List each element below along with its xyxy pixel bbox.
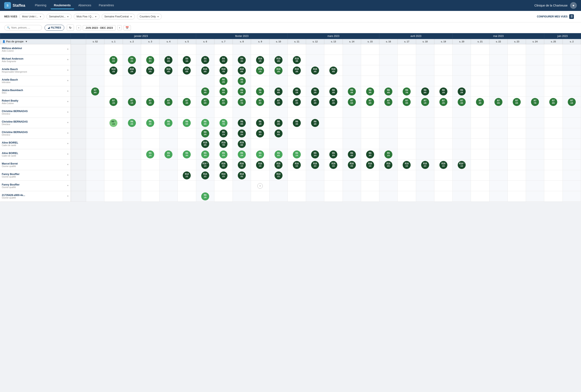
schedule-cell[interactable] [288,181,306,191]
schedule-cell[interactable] [471,181,489,191]
shift-badge[interactable]: R7 4/8 [476,98,484,106]
schedule-cell[interactable] [526,118,544,128]
schedule-cell[interactable] [324,139,342,149]
schedule-cell[interactable] [453,170,471,181]
schedule-cell[interactable] [379,181,398,191]
schedule-cell[interactable] [379,170,398,181]
shift-badge[interactable]: R6 3/8 [293,119,301,127]
shift-badge[interactable]: R16 2/2 [220,161,228,169]
schedule-cell[interactable] [123,191,141,202]
shift-badge[interactable]: R7 7/8 [384,98,392,106]
schedule-cell[interactable]: R16 1/2 [288,160,306,170]
shift-badge[interactable]: R4 1/4 [110,56,118,64]
shift-badge[interactable]: R16 2/2 [274,161,282,169]
schedule-cell[interactable] [104,76,123,86]
schedule-cell[interactable]: R6 2/8 [453,86,471,97]
schedule-cell[interactable] [453,55,471,65]
schedule-cell[interactable] [324,55,342,65]
schedule-cell[interactable] [233,107,251,118]
shift-badge[interactable]: R6 7/8 [220,119,228,127]
shift-badge[interactable]: R6 4/8 [201,87,209,95]
schedule-cell[interactable]: R7 4/8 [178,97,196,107]
schedule-cell[interactable] [123,128,141,139]
expand-icon[interactable]: ▲ [67,174,69,176]
schedule-cell[interactable] [306,128,324,139]
schedule-cell[interactable] [104,149,123,160]
schedule-cell[interactable]: R16 2/2 [342,160,361,170]
schedule-cell[interactable] [471,149,489,160]
schedule-cell[interactable]: R16 2/2 [416,160,434,170]
shift-badge[interactable]: R6 1/8 [440,87,448,95]
schedule-cell[interactable] [434,76,452,86]
shift-badge[interactable]: R14 1/2 [183,171,191,179]
schedule-cell[interactable] [416,139,434,149]
dropdown-counters-only[interactable]: Counters Only ▼ [137,14,162,19]
schedule-cell[interactable]: R7 5/8 [196,97,214,107]
user-avatar[interactable]: ● [570,2,577,9]
schedule-cell[interactable]: R6 3/8 [324,86,342,97]
shift-badge[interactable]: R19 4/8 [311,66,319,74]
schedule-cell[interactable] [489,149,508,160]
shift-badge[interactable]: R7 6/8 [513,98,521,106]
schedule-cell[interactable]: R6 1/8 [251,118,269,128]
calendar-button[interactable]: 📅 [124,25,131,30]
schedule-cell[interactable]: R7 4/8 [324,97,342,107]
schedule-cell[interactable]: R16 1/2 [233,160,251,170]
shift-badge[interactable]: R6 7/8 [256,87,264,95]
schedule-cell[interactable] [123,139,141,149]
schedule-cell[interactable] [123,76,141,86]
shift-badge[interactable]: R6 6/8 [238,87,246,95]
schedule-cell[interactable]: R6 6/8 [379,86,398,97]
schedule-cell[interactable] [196,44,214,55]
schedule-cell[interactable]: R16 * 1/2 [453,160,471,170]
shift-badge[interactable]: R6 3/8 [329,87,337,95]
schedule-cell[interactable] [434,170,452,181]
shift-badge[interactable]: R5 1/4 [146,150,154,158]
schedule-cell[interactable] [104,160,123,170]
dropdown-semaine-uni[interactable]: Semaine/Uni... ▼ [46,14,72,19]
schedule-cell[interactable]: R5 2/4 [160,149,178,160]
schedule-cell[interactable] [471,139,489,149]
schedule-cell[interactable] [526,170,544,181]
schedule-cell[interactable] [453,65,471,76]
shift-badge[interactable]: R6 7/8 [403,87,411,95]
schedule-cell[interactable] [123,160,141,170]
schedule-cell[interactable] [416,55,434,65]
schedule-cell[interactable] [508,55,526,65]
schedule-cell[interactable]: R6 4/8 [160,118,178,128]
shift-badge[interactable]: R6 4/8 [164,119,172,127]
shift-badge[interactable]: R19 1/8 [256,66,264,74]
schedule-cell[interactable]: R6 7/8 [214,118,232,128]
shift-badge[interactable]: R6 2/8 [128,119,136,127]
schedule-cell[interactable] [471,128,489,139]
schedule-cell[interactable] [434,55,452,65]
schedule-cell[interactable]: R16 1/2 [324,160,342,170]
shift-badge[interactable]: R6 2/8 [274,119,282,127]
shift-badge[interactable]: R6 1/8 [256,119,264,127]
schedule-cell[interactable]: R19 4/8 [306,65,324,76]
schedule-cell[interactable] [434,149,452,160]
schedule-cell[interactable] [233,44,251,55]
schedule-cell[interactable] [526,76,544,86]
shift-badge[interactable]: R7 8/8 [91,87,99,95]
schedule-cell[interactable] [141,160,159,170]
shift-badge[interactable]: R7 6/8 [366,98,374,106]
shift-badge[interactable]: R19 1/8 [256,56,264,64]
schedule-cell[interactable] [269,107,288,118]
schedule-cell[interactable] [398,191,416,202]
schedule-cell[interactable] [508,170,526,181]
shift-badge[interactable]: R6 3/8 [146,119,154,127]
schedule-cell[interactable]: R6 5/8 [361,86,379,97]
schedule-cell[interactable] [342,65,361,76]
schedule-cell[interactable]: R5 4/4 [269,128,288,139]
schedule-cell[interactable]: R5 4/4 [196,149,214,160]
schedule-cell[interactable] [508,160,526,170]
search-wrapper[interactable]: 🔍 [4,25,42,30]
expand-icon[interactable]: ▲ [67,100,69,102]
schedule-cell[interactable] [379,107,398,118]
shift-badge[interactable]: R7 1/8 [128,98,136,106]
schedule-cell[interactable] [342,118,361,128]
schedule-cell[interactable] [489,107,508,118]
schedule-cell[interactable] [453,181,471,191]
schedule-cell[interactable] [361,170,379,181]
